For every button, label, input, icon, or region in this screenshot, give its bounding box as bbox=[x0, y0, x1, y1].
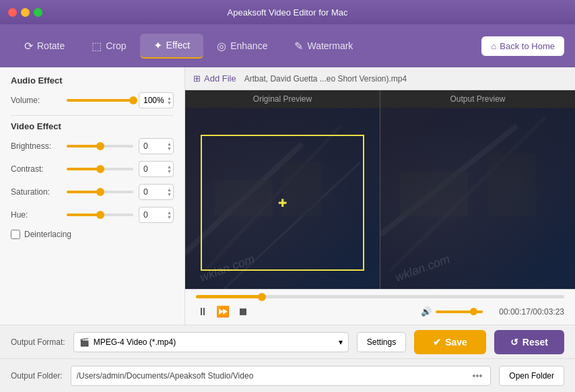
output-preview-label: Output Preview bbox=[450, 90, 505, 108]
minimize-button[interactable] bbox=[21, 8, 30, 17]
original-preview-pane: Original Preview bbox=[185, 90, 380, 289]
add-file-button[interactable]: ⊞ Add File bbox=[193, 73, 236, 84]
volume-label: Volume: bbox=[11, 96, 61, 105]
saturation-control: Saturation: 0 ▲▼ bbox=[11, 184, 174, 200]
brightness-label: Brightness: bbox=[11, 141, 61, 151]
folder-path-display[interactable]: /Users/admin/Documents/Apeaksoft Studio/… bbox=[71, 366, 492, 386]
file-name: Artbat, David Guetta ...eo Short Version… bbox=[244, 74, 407, 84]
effect-icon: ✦ bbox=[154, 39, 162, 52]
file-bar: ⊞ Add File Artbat, David Guetta ...eo Sh… bbox=[185, 67, 575, 90]
pause-button[interactable]: ⏸ bbox=[196, 304, 209, 319]
chevron-down-icon: ▾ bbox=[339, 337, 343, 347]
playback-bar: ⏸ ⏩ ⏹ 🔊 00:00:17/00:03:23 bbox=[185, 289, 575, 325]
save-button[interactable]: ✔ Save bbox=[414, 330, 486, 354]
progress-fill bbox=[196, 295, 262, 298]
deinterlacing-label: Deinterlacing bbox=[24, 230, 71, 239]
time-total: 00:03:23 bbox=[533, 307, 564, 317]
reset-label: Reset bbox=[522, 337, 548, 348]
saturation-label: Saturation: bbox=[11, 187, 61, 197]
divider bbox=[11, 115, 174, 116]
output-folder-label: Output Folder: bbox=[11, 371, 63, 381]
output-format-bar: Output Format: 🎬 MPEG-4 Video (*.mp4) ▾ … bbox=[0, 325, 575, 358]
format-value: MPEG-4 Video (*.mp4) bbox=[94, 337, 339, 347]
hue-control: Hue: 0 ▲▼ bbox=[11, 207, 174, 223]
home-icon: ⌂ bbox=[491, 41, 496, 51]
original-preview-label: Original Preview bbox=[253, 90, 312, 108]
output-preview-pane: Output Preview wklan.com bbox=[380, 90, 575, 289]
hue-value[interactable]: 0 ▲▼ bbox=[139, 207, 174, 223]
time-display: 00:00:17/00:03:23 bbox=[499, 307, 564, 317]
saturation-slider[interactable] bbox=[67, 191, 133, 193]
output-video-content: wklan.com bbox=[380, 108, 575, 289]
reset-button[interactable]: ↺ Reset bbox=[494, 330, 564, 354]
toolbar: ⟳ Rotate ⬚ Crop ✦ Effect ◎ Enhance ✎ Wat… bbox=[0, 24, 575, 67]
effect-label: Effect bbox=[166, 40, 191, 51]
folder-more-button[interactable]: ••• bbox=[470, 370, 485, 381]
volume-slider[interactable] bbox=[67, 99, 133, 102]
content-area: Audio Effect Volume: 100% ▲▼ Video Effec… bbox=[0, 67, 575, 325]
output-frame-svg bbox=[380, 108, 575, 289]
stop-button[interactable]: ⏹ bbox=[236, 304, 250, 319]
volume-icon: 🔊 bbox=[421, 306, 432, 317]
crop-label: Crop bbox=[106, 40, 126, 51]
svg-rect-5 bbox=[283, 162, 322, 217]
back-to-home-button[interactable]: ⌂ Back to Home bbox=[481, 36, 564, 56]
settings-button[interactable]: Settings bbox=[357, 332, 406, 352]
volume-slider-thumb[interactable] bbox=[470, 308, 477, 315]
video-frame-svg bbox=[185, 108, 380, 289]
enhance-icon: ◎ bbox=[217, 40, 226, 53]
time-current: 00:00:17 bbox=[499, 307, 531, 317]
open-folder-button[interactable]: Open Folder bbox=[499, 366, 564, 386]
maximize-button[interactable] bbox=[34, 8, 42, 17]
volume-value[interactable]: 100% ▲▼ bbox=[139, 92, 174, 108]
left-panel: Audio Effect Volume: 100% ▲▼ Video Effec… bbox=[0, 67, 185, 325]
close-button[interactable] bbox=[8, 8, 17, 17]
crop-tab[interactable]: ⬚ Crop bbox=[78, 34, 139, 58]
brightness-value[interactable]: 0 ▲▼ bbox=[139, 138, 174, 154]
crop-icon: ⬚ bbox=[92, 40, 102, 53]
add-file-icon: ⊞ bbox=[193, 73, 201, 84]
video-section-title: Video Effect bbox=[11, 121, 174, 131]
svg-rect-4 bbox=[214, 181, 273, 217]
hue-slider[interactable] bbox=[67, 214, 133, 216]
output-folder-bar: Output Folder: /Users/admin/Documents/Ap… bbox=[0, 358, 575, 392]
progress-track[interactable] bbox=[196, 295, 564, 298]
contrast-label: Contrast: bbox=[11, 164, 61, 174]
rotate-tab[interactable]: ⟳ Rotate bbox=[11, 34, 78, 58]
enhance-tab[interactable]: ◎ Enhance bbox=[203, 34, 281, 58]
watermark-label: Watermark bbox=[307, 40, 353, 51]
rotate-icon: ⟳ bbox=[24, 40, 33, 53]
progress-thumb[interactable] bbox=[258, 293, 266, 301]
output-format-select[interactable]: 🎬 MPEG-4 Video (*.mp4) ▾ bbox=[73, 332, 349, 352]
watermark-tab[interactable]: ✎ Watermark bbox=[281, 34, 366, 58]
fast-forward-button[interactable]: ⏩ bbox=[215, 304, 231, 319]
watermark-icon: ✎ bbox=[294, 40, 303, 53]
volume-control-playback: 🔊 bbox=[421, 306, 483, 317]
traffic-lights bbox=[8, 8, 42, 17]
contrast-control: Contrast: 0 ▲▼ bbox=[11, 161, 174, 177]
reset-icon: ↺ bbox=[510, 337, 518, 348]
audio-section-title: Audio Effect bbox=[11, 75, 174, 86]
deinterlacing-checkbox[interactable] bbox=[11, 230, 20, 239]
contrast-value[interactable]: 0 ▲▼ bbox=[139, 161, 174, 177]
back-label: Back to Home bbox=[500, 41, 555, 51]
volume-slider-playback[interactable] bbox=[436, 311, 483, 313]
volume-control: Volume: 100% ▲▼ bbox=[11, 92, 174, 108]
preview-area: Original Preview bbox=[185, 90, 575, 289]
contrast-slider[interactable] bbox=[67, 168, 133, 170]
brightness-slider[interactable] bbox=[67, 145, 133, 148]
hue-label: Hue: bbox=[11, 210, 61, 220]
brightness-control: Brightness: 0 ▲▼ bbox=[11, 138, 174, 154]
add-file-label: Add File bbox=[204, 73, 236, 84]
saturation-value[interactable]: 0 ▲▼ bbox=[139, 184, 174, 200]
save-check-icon: ✔ bbox=[433, 337, 441, 348]
svg-rect-10 bbox=[487, 153, 536, 216]
output-format-label: Output Format: bbox=[11, 337, 65, 347]
right-panel: ⊞ Add File Artbat, David Guetta ...eo Sh… bbox=[185, 67, 575, 325]
title-bar: Apeaksoft Video Editor for Mac bbox=[0, 0, 575, 24]
enhance-label: Enhance bbox=[230, 40, 267, 51]
output-video-thumb: wklan.com bbox=[380, 108, 575, 289]
app-title: Apeaksoft Video Editor for Mac bbox=[228, 7, 348, 18]
effect-tab[interactable]: ✦ Effect bbox=[140, 34, 204, 59]
save-label: Save bbox=[445, 337, 467, 348]
